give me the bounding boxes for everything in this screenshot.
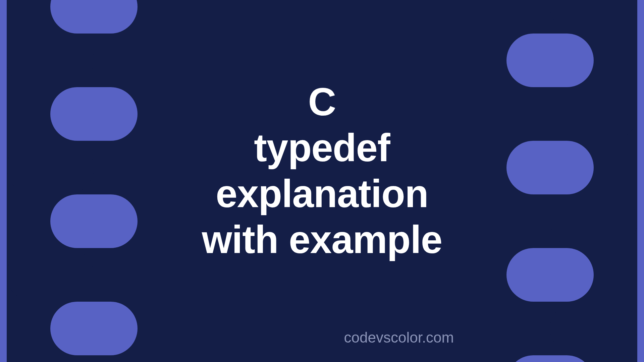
title-line-3: explanation [202, 171, 442, 217]
title: C typedef explanation with example [202, 79, 442, 263]
watermark: codevscolor.com [344, 329, 454, 346]
title-line-4: with example [202, 217, 442, 263]
title-line-2: typedef [202, 125, 442, 171]
content: C typedef explanation with example codev… [0, 0, 644, 362]
title-line-1: C [202, 79, 442, 125]
